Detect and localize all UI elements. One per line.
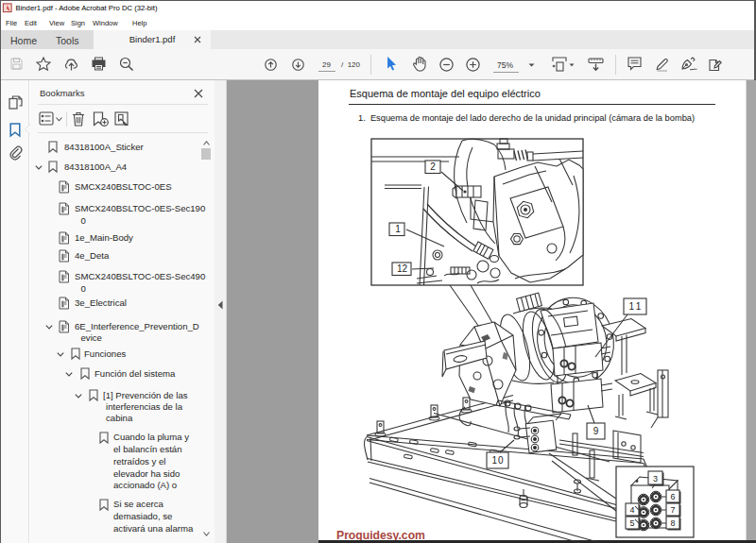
svg-text:10: 10: [491, 455, 504, 466]
svg-text:4: 4: [629, 505, 634, 515]
svg-text:12: 12: [397, 263, 408, 274]
svg-text:7: 7: [670, 505, 675, 515]
svg-text:2: 2: [430, 161, 436, 172]
svg-text:5: 5: [629, 518, 634, 528]
svg-text:9: 9: [593, 426, 599, 436]
svg-text:11: 11: [629, 301, 644, 312]
svg-text:6: 6: [670, 492, 675, 501]
svg-text:8: 8: [670, 518, 675, 528]
svg-text:1: 1: [395, 224, 401, 234]
svg-text:3: 3: [653, 474, 658, 484]
